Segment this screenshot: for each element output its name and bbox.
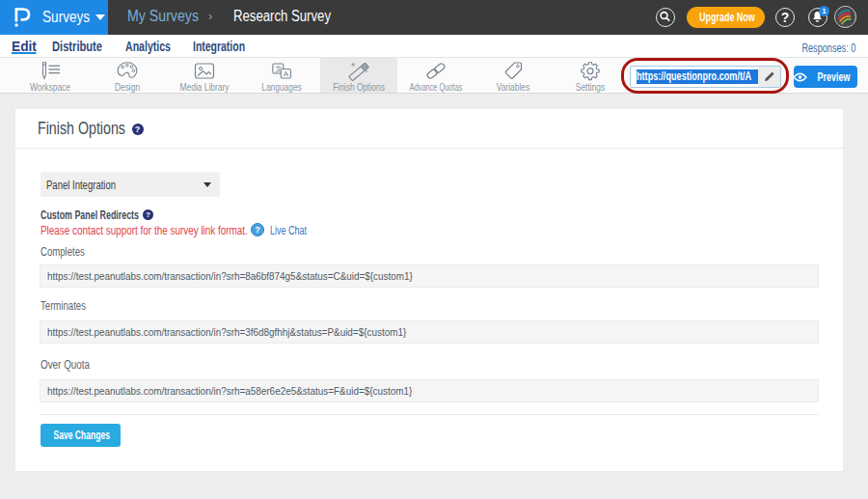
svg-text:A: A — [284, 69, 289, 78]
